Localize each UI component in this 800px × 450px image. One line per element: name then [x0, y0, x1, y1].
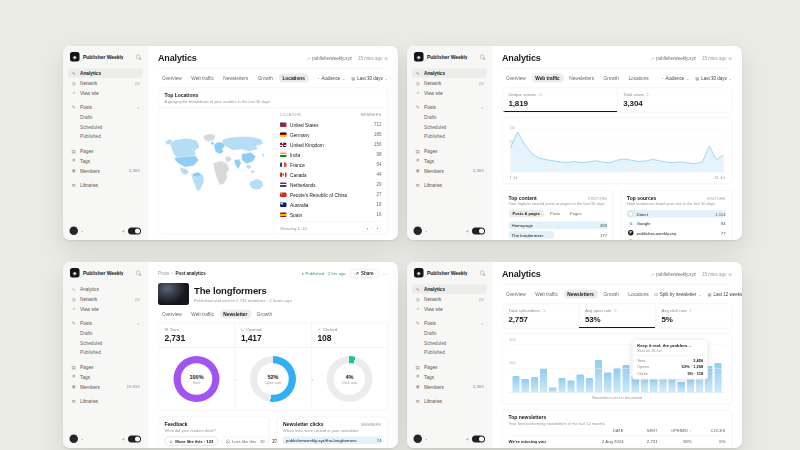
- table-row[interactable]: Direct1,114: [627, 209, 726, 219]
- sidebar-item-tags[interactable]: #Tags: [412, 372, 487, 382]
- sidebar-item-published[interactable]: Published: [412, 348, 487, 358]
- sidebar-item-libraries[interactable]: ⊞Libraries: [412, 180, 487, 190]
- sidebar-item-members[interactable]: ◉Members3,384: [68, 166, 143, 176]
- sidebar-item-libraries[interactable]: ⊞Libraries: [412, 396, 487, 406]
- location-row[interactable]: India98: [280, 150, 382, 160]
- table-row[interactable]: Archive134: [509, 240, 608, 241]
- user-avatar[interactable]: [70, 435, 79, 444]
- sidebar-item-pages[interactable]: ▤Pages: [412, 362, 487, 372]
- sidebar-item-posts[interactable]: ✎Posts+: [412, 319, 487, 329]
- sidebar-item-drafts[interactable]: Drafts: [68, 328, 143, 338]
- workspace-switcher[interactable]: ◈Publisher Weekly: [412, 268, 487, 278]
- sidebar-item-libraries[interactable]: ⊞Libraries: [68, 180, 143, 190]
- sidebar-item-network[interactable]: ◎Network22: [412, 78, 487, 88]
- audience-dropdown[interactable]: ◔Audience⌄: [317, 76, 345, 81]
- sidebar-item-view-site[interactable]: ⌂View site: [68, 88, 143, 98]
- share-button[interactable]: ↗ Share: [350, 269, 378, 278]
- location-row[interactable]: Canada44: [280, 170, 382, 180]
- tab-locations[interactable]: Locations: [624, 290, 652, 299]
- search-icon[interactable]: [480, 55, 485, 60]
- dark-mode-toggle[interactable]: [472, 227, 485, 234]
- table-row[interactable]: GGoogle84: [627, 219, 726, 229]
- bar[interactable]: [558, 378, 565, 392]
- table-row[interactable]: Reddit24: [627, 238, 726, 241]
- tab-overview[interactable]: Overview: [158, 310, 186, 319]
- next-page-button[interactable]: ›: [374, 225, 382, 232]
- location-row[interactable]: Germany185: [280, 130, 382, 140]
- refresh-icon[interactable]: ⟳: [728, 272, 732, 277]
- bar[interactable]: [540, 369, 547, 393]
- feedback-pill-less-like-this-19[interactable]: ☹Less like this · 19: [221, 437, 269, 446]
- dark-mode-toggle[interactable]: [472, 435, 485, 442]
- location-row[interactable]: United Kingdom156: [280, 140, 382, 150]
- breadcrumb-posts[interactable]: Posts: [158, 271, 169, 276]
- table-row[interactable]: The longformers177: [509, 230, 608, 240]
- light-mode-icon[interactable]: ☀: [121, 228, 125, 233]
- tab-newsletters[interactable]: Newsletters: [219, 74, 252, 83]
- tab-web-traffic[interactable]: Web traffic: [531, 74, 563, 83]
- sidebar-item-network[interactable]: ◎Network22: [412, 294, 487, 304]
- tab-web-traffic[interactable]: Web traffic: [531, 290, 562, 299]
- sidebar-item-analytics[interactable]: ∿Analytics: [68, 69, 143, 79]
- table-row[interactable]: publisherweekly.xyz/the-longformers74: [283, 436, 382, 446]
- sidebar-item-libraries[interactable]: ⊞Libraries: [68, 396, 143, 406]
- prev-page-button[interactable]: ‹: [364, 225, 372, 232]
- light-mode-icon[interactable]: ☀: [465, 436, 469, 441]
- sidebar-item-tags[interactable]: #Tags: [412, 156, 487, 166]
- sidebar-item-posts[interactable]: ✎Posts+: [68, 319, 143, 329]
- sidebar-item-pages[interactable]: ▤Pages: [68, 146, 143, 156]
- sidebar-item-view-site[interactable]: ⌂View site: [412, 304, 487, 314]
- tab-growth[interactable]: Growth: [600, 290, 623, 299]
- split-by-newsletter-dropdown[interactable]: ⊟Split by newsletter⌄: [654, 292, 701, 297]
- column-header-clicks[interactable]: Clicks: [692, 429, 726, 434]
- location-row[interactable]: People's Republic of China27: [280, 190, 382, 200]
- bar[interactable]: [595, 360, 602, 392]
- sidebar-item-published[interactable]: Published: [412, 132, 487, 142]
- last-30-days-dropdown[interactable]: ▦Last 30 days⌄: [695, 76, 732, 81]
- tab-overview[interactable]: Overview: [158, 74, 186, 83]
- stat-avg-open-rate[interactable]: Avg open rateⓘ53%: [579, 304, 656, 328]
- sidebar-item-scheduled[interactable]: Scheduled: [412, 338, 487, 348]
- tab-growth[interactable]: Growth: [600, 74, 623, 83]
- location-row[interactable]: Australia18: [280, 200, 382, 210]
- search-icon[interactable]: [136, 271, 141, 276]
- user-avatar[interactable]: [414, 435, 423, 444]
- location-row[interactable]: Netherlands29: [280, 180, 382, 190]
- location-row[interactable]: Spain16: [280, 210, 382, 220]
- sidebar-item-posts[interactable]: ✎Posts+: [412, 103, 487, 113]
- newsletter-row[interactable]: We're missing you2 Aug 20242,73158%6%: [509, 436, 726, 447]
- user-avatar[interactable]: [414, 227, 423, 236]
- column-header-date[interactable]: Date: [582, 429, 624, 434]
- sidebar-item-drafts[interactable]: Drafts: [412, 328, 487, 338]
- sidebar-item-pages[interactable]: ▤Pages: [68, 362, 143, 372]
- more-menu-icon[interactable]: ⋯: [383, 271, 388, 277]
- bar[interactable]: [577, 374, 584, 392]
- site-link[interactable]: ↗ publisherweekly.xyz: [651, 272, 696, 277]
- bar[interactable]: [586, 378, 593, 393]
- table-row[interactable]: Ppublisher-weekly.org77: [627, 228, 726, 238]
- refresh-icon[interactable]: ⟳: [728, 56, 732, 61]
- tab-overview[interactable]: Overview: [502, 74, 530, 83]
- sidebar-item-members[interactable]: ◉Members3,384: [412, 382, 487, 392]
- site-link[interactable]: ↗ publisherweekly.xyz: [651, 56, 696, 61]
- bar[interactable]: [613, 368, 620, 393]
- light-mode-icon[interactable]: ☀: [465, 228, 469, 233]
- dark-mode-toggle[interactable]: [128, 227, 141, 234]
- sidebar-item-view-site[interactable]: ⌂View site: [412, 88, 487, 98]
- tab-overview[interactable]: Overview: [502, 290, 530, 299]
- tab-newsletters[interactable]: Newsletters: [565, 74, 598, 83]
- bar[interactable]: [531, 377, 538, 393]
- sidebar-item-members[interactable]: ◉Members19,834: [68, 382, 143, 392]
- column-header-sent[interactable]: Sent: [624, 429, 658, 434]
- last-30-days-dropdown[interactable]: ▦Last 30 days⌄: [351, 76, 388, 81]
- pill-pages[interactable]: Pages: [566, 210, 585, 218]
- location-row[interactable]: France54: [280, 160, 382, 170]
- add-post-icon[interactable]: +: [481, 105, 483, 110]
- bar[interactable]: [549, 387, 556, 392]
- add-post-icon[interactable]: +: [137, 105, 139, 110]
- stat-total-subscribers[interactable]: Total subscribersⓘ2,757: [503, 304, 580, 328]
- sidebar-item-posts[interactable]: ✎Posts+: [68, 103, 143, 113]
- workspace-switcher[interactable]: ◈Publisher Weekly: [412, 52, 487, 62]
- sidebar-item-published[interactable]: Published: [68, 132, 143, 142]
- user-avatar[interactable]: [70, 227, 79, 236]
